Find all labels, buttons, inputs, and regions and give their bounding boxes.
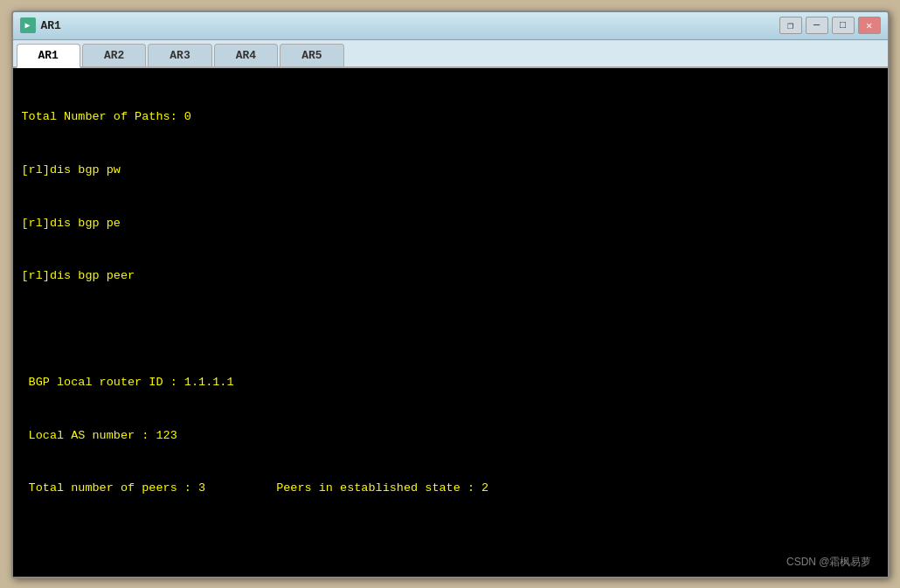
restore-button[interactable]: ❐: [779, 17, 802, 34]
tab-ar1[interactable]: AR1: [17, 44, 80, 68]
terminal-line: [22, 321, 879, 338]
terminal-line: Total number of peers : 3 Peers in estab…: [22, 480, 879, 497]
terminal-area[interactable]: Total Number of Paths: 0 [rl]dis bgp pw …: [13, 68, 888, 577]
maximize-button[interactable]: □: [832, 17, 855, 34]
window-title: AR1: [41, 19, 779, 32]
terminal-line: Total Number of Paths: 0: [22, 108, 879, 126]
main-window: ▶ AR1 ❐ ─ □ ✕ AR1 AR2 AR3 AR4 AR5 Total …: [11, 10, 890, 578]
terminal-line: Local AS number : 123: [22, 427, 879, 445]
app-icon: ▶: [20, 17, 36, 33]
tab-ar5[interactable]: AR5: [280, 44, 343, 66]
tab-ar4[interactable]: AR4: [214, 44, 278, 66]
terminal-content: Total Number of Paths: 0 [rl]dis bgp pw …: [22, 73, 879, 577]
terminal-line: [rl]dis bgp pe: [22, 215, 879, 232]
tab-bar: AR1 AR2 AR3 AR4 AR5: [13, 40, 888, 68]
tab-ar3[interactable]: AR3: [148, 44, 211, 66]
terminal-line: BGP local router ID : 1.1.1.1: [22, 374, 879, 391]
terminal-line: [rl]dis bgp peer: [22, 267, 879, 285]
title-bar: ▶ AR1 ❐ ─ □ ✕: [13, 12, 888, 40]
terminal-line: [rl]dis bgp pw: [22, 162, 879, 179]
minimize-button[interactable]: ─: [806, 17, 828, 34]
tab-ar2[interactable]: AR2: [82, 44, 146, 66]
terminal-line: [22, 533, 879, 550]
watermark: CSDN @霜枫易萝: [786, 555, 872, 570]
window-controls: ❐ ─ □ ✕: [779, 17, 881, 34]
close-button[interactable]: ✕: [858, 17, 881, 34]
